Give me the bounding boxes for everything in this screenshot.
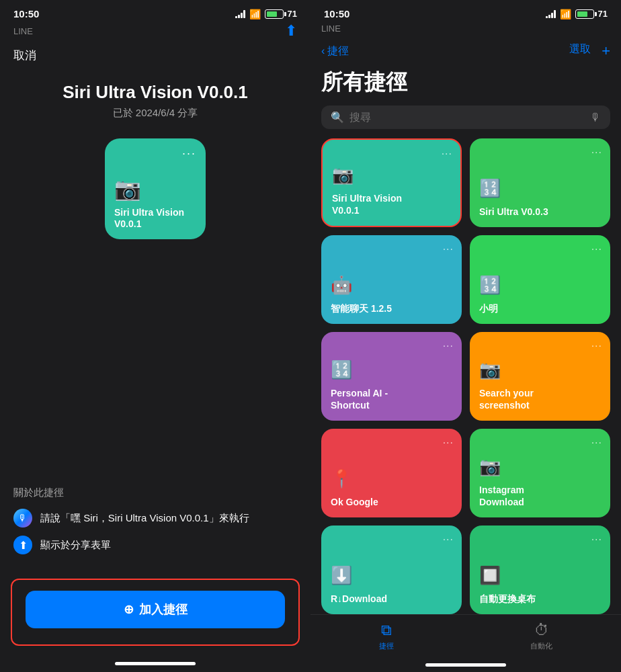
about-title: 關於此捷徑 xyxy=(13,487,297,499)
shortcuts-tab-label: 捷徑 xyxy=(379,641,394,651)
card-label-left: Siri Ultra VisionV0.0.1 xyxy=(114,207,184,230)
tile-icon-0: 📷 xyxy=(332,165,354,185)
cancel-button[interactable]: 取消 xyxy=(13,48,36,63)
tile-label-8: R↓Download xyxy=(331,593,387,605)
page-title-right: 所有捷徑 xyxy=(310,62,621,106)
wifi-icon-right: 📶 xyxy=(560,9,571,19)
shortcut-tile-auto-wallpaper[interactable]: ··· 🔲 自動更換桌布 xyxy=(470,526,610,614)
tile-label-3: 小明 xyxy=(479,302,498,314)
battery-icon-left xyxy=(265,9,284,19)
tab-automation[interactable]: ⏱ 自動化 xyxy=(530,622,552,651)
tile-label-2: 智能聊天 1.2.5 xyxy=(331,302,392,314)
status-bar-right: 10:50 📶 71 xyxy=(310,0,621,22)
tile-icon-1: 🔢 xyxy=(479,178,501,199)
tile-label-9: 自動更換桌布 xyxy=(479,593,536,605)
status-bar-left: 10:50 📶 71 xyxy=(0,0,310,22)
share-date: 已於 2024/6/4 分享 xyxy=(20,107,290,120)
tile-menu-icon-3[interactable]: ··· xyxy=(591,243,602,255)
shortcut-tile-search-screenshot[interactable]: ··· 📷 Search yourscreenshot xyxy=(470,332,610,421)
search-input[interactable] xyxy=(349,112,585,124)
time-right: 10:50 xyxy=(324,8,349,19)
tile-menu-icon-1[interactable]: ··· xyxy=(591,146,602,159)
tile-label-4: Personal AI -Shortcut xyxy=(331,387,388,411)
chevron-left-icon: ‹ xyxy=(321,45,325,57)
nav-bar-right: ‹ 捷徑 選取 + xyxy=(310,37,621,62)
signal-icon-right xyxy=(546,10,556,18)
tile-label-6: Ok Google xyxy=(331,496,378,508)
tile-menu-icon-2[interactable]: ··· xyxy=(443,243,454,255)
search-icon: 🔍 xyxy=(331,111,344,124)
tile-menu-icon-8[interactable]: ··· xyxy=(443,534,454,546)
tile-menu-icon-5[interactable]: ··· xyxy=(591,340,602,352)
shortcut-tile-r-download[interactable]: ··· ⬇️ R↓Download xyxy=(321,526,462,614)
automation-tab-icon: ⏱ xyxy=(534,622,549,639)
status-icons-right: 📶 71 xyxy=(546,9,608,19)
left-panel: 10:50 📶 71 LINE ⬆ 取消 Siri Ultra Vision V… xyxy=(0,0,310,672)
app-label-right: LINE xyxy=(321,24,341,34)
time-left: 10:50 xyxy=(13,8,39,19)
select-button[interactable]: 選取 xyxy=(569,42,591,60)
shortcuts-tab-icon: ⧉ xyxy=(381,622,392,639)
tile-menu-icon-9[interactable]: ··· xyxy=(591,534,602,546)
battery-pct-left: 71 xyxy=(288,9,297,19)
app-label-left: LINE xyxy=(13,26,33,36)
shortcut-tile-siri-003[interactable]: ··· 🔢 Siri Ultra V0.0.3 xyxy=(470,138,610,227)
back-button[interactable]: ‹ 捷徑 xyxy=(321,44,349,58)
share-button[interactable]: ⬆ xyxy=(285,22,297,40)
card-icon-left: 📷 xyxy=(114,176,141,202)
shortcut-tile-personal-ai[interactable]: ··· 🔢 Personal AI -Shortcut xyxy=(321,332,462,421)
nav-actions: 選取 + xyxy=(569,42,610,60)
card-menu-icon[interactable]: ··· xyxy=(182,146,196,161)
share-sheet-icon: ⬆ xyxy=(13,536,32,554)
tile-icon-9: 🔲 xyxy=(479,565,501,586)
signal-icon-left xyxy=(235,10,245,18)
tile-icon-3: 🔢 xyxy=(479,275,501,296)
tile-icon-2: 🤖 xyxy=(331,275,352,296)
about-section: 關於此捷徑 🎙 請說「嘿 Siri，Siri Ultra Vision V0.0… xyxy=(0,470,310,573)
automation-tab-label: 自動化 xyxy=(530,641,552,651)
shortcut-name: Siri Ultra Vision V0.0.1 xyxy=(20,82,290,103)
search-bar[interactable]: 🔍 🎙 xyxy=(321,106,610,129)
nav-bar-left: 取消 xyxy=(0,42,310,69)
add-btn-label: 加入捷徑 xyxy=(139,601,188,618)
right-panel: 10:50 📶 71 LINE ‹ 捷徑 選取 + 所有捷徑 🔍 xyxy=(310,0,621,672)
shortcut-tile-instagram[interactable]: ··· 📷 InstagramDownload xyxy=(470,429,610,517)
about-item-siri: 🎙 請說「嘿 Siri，Siri Ultra Vision V0.0.1」來執行 xyxy=(13,509,297,528)
plus-icon: ⊕ xyxy=(124,602,134,617)
tile-menu-icon-7[interactable]: ··· xyxy=(591,437,602,449)
battery-pct-right: 71 xyxy=(598,9,608,19)
add-nav-button[interactable]: + xyxy=(602,42,610,60)
tile-label-5: Search yourscreenshot xyxy=(479,387,534,411)
add-shortcut-button[interactable]: ⊕ 加入捷徑 xyxy=(26,591,285,628)
tile-menu-icon-0[interactable]: ··· xyxy=(442,148,452,160)
microphone-icon[interactable]: 🎙 xyxy=(590,112,601,124)
siri-icon: 🎙 xyxy=(13,509,32,528)
battery-icon-right xyxy=(575,9,594,19)
tile-icon-4: 🔢 xyxy=(331,360,352,380)
about-item-share: ⬆ 顯示於分享表單 xyxy=(13,536,297,554)
back-label: 捷徑 xyxy=(327,44,349,58)
tile-label-7: InstagramDownload xyxy=(479,484,524,508)
about-siri-text: 請說「嘿 Siri，Siri Ultra Vision V0.0.1」來執行 xyxy=(40,512,249,525)
status-icons-left: 📶 71 xyxy=(235,9,297,19)
tile-icon-5: 📷 xyxy=(479,360,501,380)
home-indicator-right xyxy=(425,663,506,667)
tile-label-1: Siri Ultra V0.0.3 xyxy=(479,206,548,218)
add-button-wrapper: ⊕ 加入捷徑 xyxy=(11,579,300,646)
shortcut-title-section: Siri Ultra Vision V0.0.1 已於 2024/6/4 分享 xyxy=(0,69,310,125)
shortcut-tile-xiao-ming[interactable]: ··· 🔢 小明 xyxy=(470,235,610,324)
shortcut-tile-ok-google[interactable]: ··· 📍 Ok Google xyxy=(321,429,462,517)
tile-menu-icon-6[interactable]: ··· xyxy=(443,437,454,449)
tile-icon-7: 📷 xyxy=(479,456,501,477)
shortcut-preview-card: ··· 📷 Siri Ultra VisionV0.0.1 xyxy=(105,138,206,239)
shortcut-tile-siri-001[interactable]: ··· 📷 Siri Ultra VisionV0.0.1 xyxy=(321,138,462,227)
tile-icon-8: ⬇️ xyxy=(331,565,352,586)
shortcuts-grid: ··· 📷 Siri Ultra VisionV0.0.1 ··· 🔢 Siri… xyxy=(310,138,621,614)
home-indicator-left xyxy=(115,662,196,665)
tab-bar: ⧉ 捷徑 ⏱ 自動化 xyxy=(310,614,621,661)
tile-label-0: Siri Ultra VisionV0.0.1 xyxy=(332,192,402,216)
wifi-icon-left: 📶 xyxy=(249,9,261,19)
shortcut-tile-smart-chat[interactable]: ··· 🤖 智能聊天 1.2.5 xyxy=(321,235,462,324)
tab-shortcuts[interactable]: ⧉ 捷徑 xyxy=(379,622,394,651)
tile-menu-icon-4[interactable]: ··· xyxy=(443,340,454,352)
